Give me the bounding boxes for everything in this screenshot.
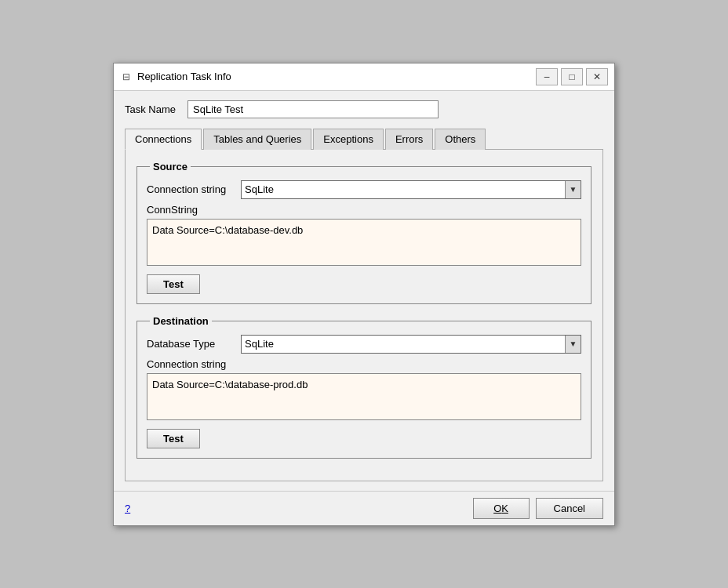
window-title: Replication Task Info <box>137 71 536 82</box>
cancel-button[interactable]: Cancel <box>536 498 603 519</box>
source-test-button[interactable]: Test <box>147 274 200 294</box>
close-button[interactable]: ✕ <box>586 68 608 85</box>
title-bar-buttons: – □ ✕ <box>536 68 608 85</box>
task-name-input[interactable] <box>187 100 439 118</box>
source-connstring-label: Connection string <box>147 183 241 195</box>
help-link[interactable]: ? <box>125 503 130 514</box>
tab-exceptions[interactable]: Exceptions <box>313 129 384 150</box>
ok-rest: K <box>501 503 508 514</box>
destination-group: Destination Database Type SqLite ▼ Conne… <box>136 315 592 459</box>
source-connstring-select[interactable]: SqLite <box>242 181 565 198</box>
maximize-button[interactable]: □ <box>561 68 583 85</box>
destination-dbtype-select-wrapper[interactable]: SqLite ▼ <box>241 335 581 354</box>
tab-others[interactable]: Others <box>435 129 486 150</box>
tab-connections[interactable]: Connections <box>125 129 202 150</box>
destination-connstring-textarea[interactable] <box>147 373 581 420</box>
source-group-label: Source <box>150 161 191 172</box>
destination-dbtype-label: Database Type <box>147 338 241 350</box>
destination-connstring-sublabel: Connection string <box>147 358 581 370</box>
tab-errors[interactable]: Errors <box>385 129 433 150</box>
source-group: Source Connection string SqLite ▼ ConnSt… <box>136 161 592 304</box>
main-window: ⊟ Replication Task Info – □ ✕ Task Name … <box>113 63 615 526</box>
bottom-bar: ? OK Cancel <box>114 491 614 525</box>
task-name-row: Task Name <box>125 100 603 118</box>
tab-bar: Connections Tables and Queries Exception… <box>125 128 603 150</box>
source-connstring-sublabel: ConnString <box>147 204 581 216</box>
ok-button[interactable]: OK <box>473 498 530 519</box>
source-connstring-textarea[interactable] <box>147 219 581 266</box>
task-name-label: Task Name <box>125 103 180 115</box>
title-bar: ⊟ Replication Task Info – □ ✕ <box>114 64 614 91</box>
source-connstring-row: Connection string SqLite ▼ <box>147 180 581 199</box>
tab-tables-queries[interactable]: Tables and Queries <box>203 129 311 150</box>
destination-group-label: Destination <box>150 315 212 327</box>
destination-dbtype-select[interactable]: SqLite <box>242 336 565 353</box>
source-connstring-dropdown-arrow: ▼ <box>565 181 581 198</box>
minimize-button[interactable]: – <box>536 68 558 85</box>
tab-content-connections: Source Connection string SqLite ▼ ConnSt… <box>125 150 603 481</box>
destination-dbtype-dropdown-arrow: ▼ <box>565 336 581 353</box>
window-icon: ⊟ <box>120 71 133 83</box>
destination-dbtype-row: Database Type SqLite ▼ <box>147 335 581 354</box>
destination-test-button[interactable]: Test <box>147 429 200 448</box>
ok-underline-char: O <box>493 503 501 514</box>
dialog-content: Task Name Connections Tables and Queries… <box>114 91 614 491</box>
source-connstring-select-wrapper[interactable]: SqLite ▼ <box>241 180 581 199</box>
